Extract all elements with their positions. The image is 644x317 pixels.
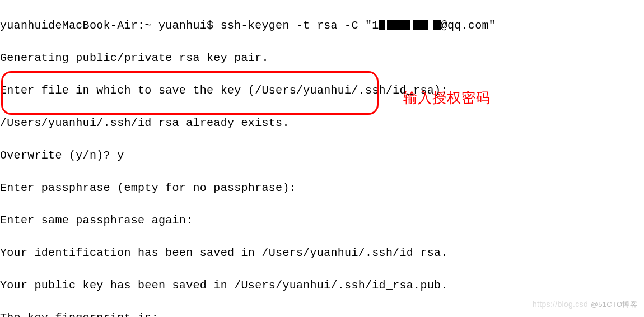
output-line: Overwrite (y/n)? y	[0, 147, 644, 164]
output-line: Your identification has been saved in /U…	[0, 245, 644, 261]
watermark-csdn: https://blog.csd	[533, 296, 588, 313]
annotation-text: 输入授权密码	[403, 90, 491, 106]
terminal-output: yuanhuideMacBook-Air:~ yuanhui$ ssh-keyg…	[0, 0, 644, 317]
output-line: /Users/yuanhui/.ssh/id_rsa already exist…	[0, 115, 644, 131]
command-line: yuanhuideMacBook-Air:~ yuanhui$ ssh-keyg…	[0, 17, 644, 34]
redacted-email: 1	[372, 17, 440, 34]
output-line: Enter same passphrase again:	[0, 212, 644, 229]
output-line: Generating public/private rsa key pair.	[0, 50, 644, 66]
output-line: Your public key has been saved in /Users…	[0, 277, 644, 293]
watermark-51cto: @51CTO博客	[591, 296, 637, 313]
output-line: Enter file in which to save the key (/Us…	[0, 82, 644, 99]
output-line: Enter passphrase (empty for no passphras…	[0, 180, 644, 196]
